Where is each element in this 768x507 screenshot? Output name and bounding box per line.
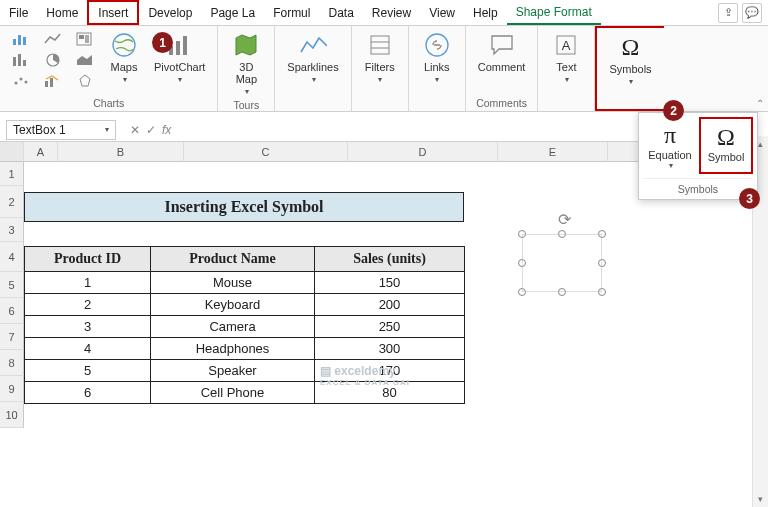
row-3[interactable]: 3 (0, 218, 24, 242)
svg-text:A: A (562, 38, 571, 53)
col-e[interactable]: E (498, 142, 608, 162)
svg-rect-2 (23, 37, 26, 45)
textbox-shape[interactable]: ⟳ (522, 234, 602, 292)
th-sales[interactable]: Sales (units) (315, 247, 465, 272)
svg-rect-0 (13, 39, 16, 45)
col-b[interactable]: B (58, 142, 184, 162)
symbols-dropdown: π Equation ▾ Ω Symbol Symbols (638, 112, 758, 200)
svg-rect-5 (23, 60, 26, 66)
tab-pagelayout[interactable]: Page La (201, 0, 264, 25)
rotate-handle-icon[interactable]: ⟳ (558, 210, 571, 229)
th-productname[interactable]: Product Name (151, 247, 315, 272)
col-c[interactable]: C (184, 142, 348, 162)
tab-shapeformat[interactable]: Shape Format (507, 0, 601, 25)
combo-chart-icon[interactable] (40, 71, 66, 91)
comments-icon[interactable]: 💬 (742, 3, 762, 23)
table-row[interactable]: 3Camera250 (25, 316, 465, 338)
symbols-button[interactable]: Ω Symbols ▾ (605, 31, 655, 88)
svg-rect-13 (79, 35, 84, 39)
tab-review[interactable]: Review (363, 0, 420, 25)
col-d[interactable]: D (348, 142, 498, 162)
comment-button[interactable]: Comment (474, 29, 530, 75)
group-comments: Comment Comments (466, 26, 539, 111)
scroll-down-icon[interactable]: ▾ (753, 491, 768, 507)
text-button[interactable]: A Text ▾ (546, 29, 586, 86)
title-cell[interactable]: Inserting Excel Symbol (24, 192, 464, 222)
watermark: ▤ exceldemyEXCEL & DATA GAI (320, 364, 410, 387)
tab-file[interactable]: File (0, 0, 37, 25)
filters-button[interactable]: Filters ▾ (360, 29, 400, 86)
name-box[interactable]: TextBox 1▾ (6, 120, 116, 140)
pie-chart-icon[interactable] (40, 50, 66, 70)
pi-icon: π (664, 121, 676, 149)
group-symbols: Ω Symbols ▾ (595, 26, 663, 111)
row-10[interactable]: 10 (0, 402, 24, 428)
group-text: A Text ▾ (538, 26, 595, 111)
chevron-down-icon: ▾ (123, 75, 127, 84)
row-8[interactable]: 8 (0, 350, 24, 376)
tab-home[interactable]: Home (37, 0, 87, 25)
th-productid[interactable]: Product ID (25, 247, 151, 272)
fx-icon[interactable]: fx (162, 123, 171, 137)
svg-point-6 (15, 82, 18, 85)
maps-button[interactable]: Maps ▾ (104, 29, 144, 86)
radar-chart-icon[interactable] (72, 71, 98, 91)
3dmap-button[interactable]: 3D Map ▾ (226, 29, 266, 98)
comment-icon (488, 31, 516, 59)
tab-data[interactable]: Data (319, 0, 362, 25)
svg-rect-1 (18, 35, 21, 45)
row-7[interactable]: 7 (0, 324, 24, 350)
area-chart-icon[interactable] (72, 50, 98, 70)
table-row[interactable]: 4Headphones300 (25, 338, 465, 360)
row-1[interactable]: 1 (0, 162, 24, 186)
callout-2: 2 (663, 100, 684, 121)
enter-icon[interactable]: ✓ (146, 123, 156, 137)
menu-tabs: File Home Insert Develop Page La Formul … (0, 0, 768, 26)
svg-point-7 (20, 78, 23, 81)
group-filters: Filters ▾ (352, 26, 409, 111)
omega-icon: Ω (717, 123, 735, 151)
svg-point-16 (113, 34, 135, 56)
row-5[interactable]: 5 (0, 272, 24, 298)
svg-rect-4 (18, 54, 21, 66)
collapse-ribbon-icon[interactable]: ⌃ (756, 98, 764, 109)
row-4[interactable]: 4 (0, 242, 24, 272)
column-chart-icon[interactable] (8, 50, 34, 70)
row-headers: 1 2 3 4 5 6 7 8 9 10 (0, 162, 24, 428)
svg-rect-19 (183, 36, 187, 55)
sparkline-icon (299, 31, 327, 59)
map-icon (232, 31, 260, 59)
callout-1: 1 (152, 32, 173, 53)
share-icon[interactable]: ⇪ (718, 3, 738, 23)
chevron-down-icon: ▾ (435, 75, 439, 84)
row-2[interactable]: 2 (0, 186, 24, 218)
symbol-button[interactable]: Ω Symbol (699, 117, 753, 174)
svg-rect-10 (45, 81, 48, 87)
equation-button[interactable]: π Equation ▾ (643, 117, 697, 174)
omega-icon: Ω (617, 33, 645, 61)
tab-formulas[interactable]: Formul (264, 0, 319, 25)
cancel-icon[interactable]: ✕ (130, 123, 140, 137)
row-9[interactable]: 9 (0, 376, 24, 402)
tab-help[interactable]: Help (464, 0, 507, 25)
sparklines-button[interactable]: Sparklines ▾ (283, 29, 342, 86)
svg-marker-15 (80, 75, 90, 86)
chevron-down-icon: ▾ (629, 77, 633, 86)
table-row[interactable]: 1Mouse150 (25, 272, 465, 294)
tab-developer[interactable]: Develop (139, 0, 201, 25)
col-a[interactable]: A (24, 142, 58, 162)
svg-rect-11 (50, 78, 53, 87)
links-button[interactable]: Links ▾ (417, 29, 457, 86)
tab-insert[interactable]: Insert (87, 0, 139, 25)
scatter-chart-icon[interactable] (8, 71, 34, 91)
line-chart-icon[interactable] (40, 29, 66, 49)
chevron-down-icon: ▾ (565, 75, 569, 84)
textbox-icon: A (552, 31, 580, 59)
chevron-down-icon: ▾ (245, 87, 249, 96)
row-6[interactable]: 6 (0, 298, 24, 324)
hierarchy-chart-icon[interactable] (72, 29, 98, 49)
table-row[interactable]: 2Keyboard200 (25, 294, 465, 316)
recommended-charts-icon[interactable] (8, 29, 34, 49)
tab-view[interactable]: View (420, 0, 464, 25)
group-charts: Maps ▾ PivotChart ▾ Charts (0, 26, 218, 111)
